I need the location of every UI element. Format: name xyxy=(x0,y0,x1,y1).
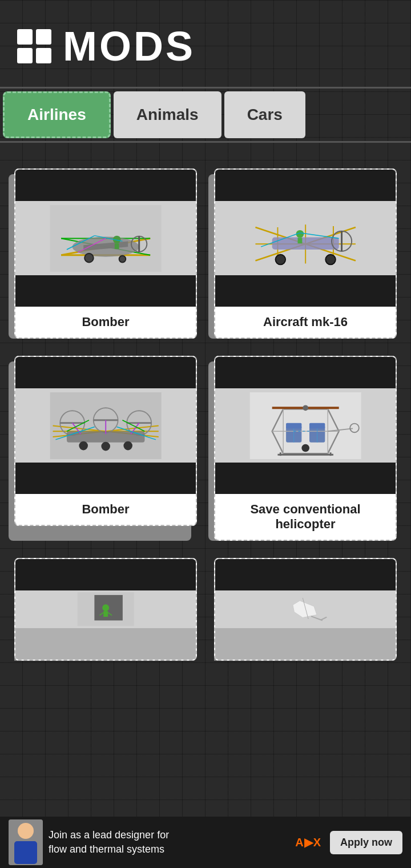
card-image-helicopter xyxy=(215,357,396,494)
svg-point-24 xyxy=(275,254,285,264)
svg-rect-59 xyxy=(286,423,301,428)
tab-animals[interactable]: Animals xyxy=(114,91,221,138)
ad-text: Join as a lead designer for flow and the… xyxy=(43,828,287,857)
card-image-bomber-1 xyxy=(15,170,196,307)
svg-point-25 xyxy=(325,254,336,264)
svg-point-85 xyxy=(18,823,34,839)
svg-rect-60 xyxy=(309,423,325,428)
grid-cell-2 xyxy=(36,29,51,45)
card-image-bomber-2 xyxy=(15,357,196,494)
card-image-mk16 xyxy=(215,170,396,307)
card-front xyxy=(214,558,397,661)
svg-rect-12 xyxy=(115,243,119,249)
svg-point-9 xyxy=(84,253,94,262)
card-aircraft-mk16[interactable]: Aircraft mk-16 xyxy=(214,168,397,339)
card-title-mk16: Aircraft mk-16 xyxy=(215,307,396,337)
svg-point-48 xyxy=(79,441,88,450)
cards-grid-row2: Bomber xyxy=(0,347,411,549)
cards-partial-row xyxy=(0,549,411,726)
tabs-bar: Airlines Animals Cars xyxy=(0,87,411,143)
svg-point-75 xyxy=(102,605,109,612)
ad-banner: Join as a lead designer for flow and the… xyxy=(0,817,411,868)
helicopter-image-svg xyxy=(224,392,386,459)
card-partial-2[interactable] xyxy=(214,558,397,661)
ad-person-image xyxy=(9,819,43,865)
bomber2-image-svg xyxy=(25,392,187,459)
card-bomber-2[interactable]: Bomber xyxy=(14,356,197,541)
card-title-bomber-1: Bomber xyxy=(15,307,196,337)
partial2-image-svg xyxy=(224,592,386,626)
card-helicopter[interactable]: Save conventional helicopter xyxy=(214,356,397,541)
card-front: Bomber xyxy=(14,356,197,526)
grid-cell-1 xyxy=(17,29,33,45)
svg-point-10 xyxy=(119,255,126,262)
grid-cell-3 xyxy=(17,48,33,63)
card-title-bomber-2: Bomber xyxy=(15,494,196,525)
card-title-helicopter: Save conventional helicopter xyxy=(215,494,396,540)
card-image-partial-1 xyxy=(15,559,196,660)
page-title: MODS xyxy=(63,23,195,70)
svg-rect-27 xyxy=(297,238,302,243)
ad-logo-text: A▶X xyxy=(295,835,321,849)
header: MODS xyxy=(0,0,411,87)
partial1-image-svg xyxy=(25,592,187,626)
grid-cell-4 xyxy=(36,48,51,63)
svg-point-49 xyxy=(101,441,110,451)
bomber-image-svg xyxy=(25,205,187,272)
ad-logo: A▶X xyxy=(295,835,321,849)
svg-rect-86 xyxy=(14,841,37,864)
card-image-partial-2 xyxy=(215,559,396,660)
ad-apply-button[interactable]: Apply now xyxy=(330,831,402,854)
card-front xyxy=(14,558,197,661)
card-front: Aircraft mk-16 xyxy=(214,168,397,339)
ad-person-svg xyxy=(9,819,43,865)
svg-rect-76 xyxy=(103,611,108,617)
tab-airlines[interactable]: Airlines xyxy=(3,91,111,138)
svg-point-69 xyxy=(301,444,309,452)
tab-cars[interactable]: Cars xyxy=(224,91,305,138)
grid-icon[interactable] xyxy=(17,29,51,63)
mk16-image-svg xyxy=(224,205,386,272)
svg-point-50 xyxy=(123,441,132,450)
svg-point-56 xyxy=(303,405,308,411)
card-front: Save conventional helicopter xyxy=(214,356,397,541)
card-front: Bomber xyxy=(14,168,197,339)
card-partial-1[interactable] xyxy=(14,558,197,661)
card-bomber-1[interactable]: Bomber xyxy=(14,168,197,339)
cards-grid-row1: Bomber xyxy=(0,160,411,347)
